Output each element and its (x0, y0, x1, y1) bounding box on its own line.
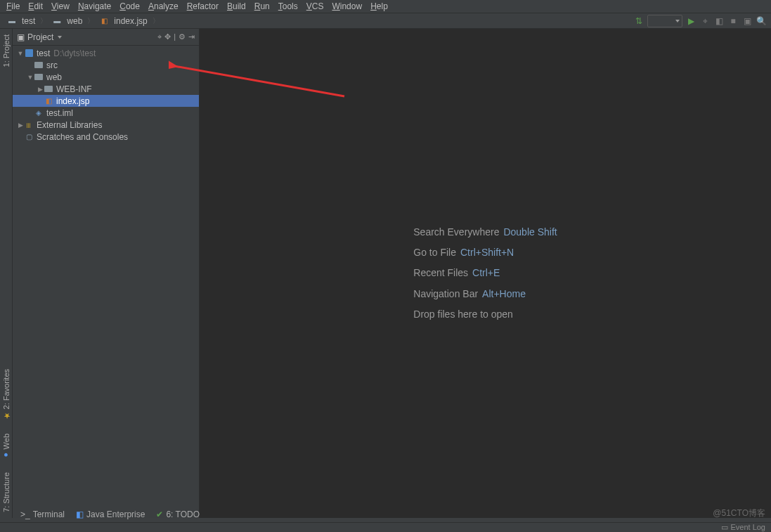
tree-item-WEB-INF[interactable]: WEB-INF (13, 83, 199, 95)
bottom-tool-tabs: >_Terminal◧Java Enterprise✔6: TODO (13, 507, 207, 522)
hint-line: Search EverywhereDouble Shift (413, 222, 557, 242)
menu-tools[interactable]: Tools (275, 1, 302, 12)
menu-edit[interactable]: Edit (25, 1, 46, 12)
tree-arrow-icon[interactable] (37, 86, 44, 93)
iml-icon: ◈ (34, 108, 44, 118)
bottom-tab-6-todo[interactable]: ✔6: TODO (153, 508, 203, 521)
tree-item-test-iml[interactable]: ◈test.iml (13, 107, 199, 119)
welcome-hints: Search EverywhereDouble ShiftGo to FileC… (413, 222, 557, 325)
terminal-icon: >_ (20, 510, 30, 519)
tree-item-web[interactable]: web (13, 71, 199, 83)
project-panel: ▣ Project ⌖ ✥ | ⚙ ⇥ testD:\dyts\testsrcw… (13, 29, 200, 518)
menu-help[interactable]: Help (367, 1, 391, 12)
panel-title: Project (27, 32, 53, 42)
gutter-web[interactable]: ●Web (1, 431, 11, 462)
scratch-icon: ▢ (24, 132, 34, 142)
main-area: 1: Project ★2: Favorites ●Web 7: Structu… (0, 29, 771, 518)
tree-arrow-icon[interactable] (17, 50, 24, 57)
breadcrumb-web[interactable]: ▬web (49, 15, 85, 27)
module-icon (24, 48, 34, 58)
todo-icon: ✔ (156, 510, 163, 519)
bottom-tab-java-enterprise[interactable]: ◧Java Enterprise (72, 508, 148, 521)
menu-analyze[interactable]: Analyze (145, 1, 182, 12)
left-tool-gutter: 1: Project ★2: Favorites ●Web 7: Structu… (0, 29, 13, 518)
gutter-favorites[interactable]: ★2: Favorites (1, 366, 11, 423)
project-panel-header: ▣ Project ⌖ ✥ | ⚙ ⇥ (13, 29, 199, 46)
menu-vcs[interactable]: VCS (303, 1, 328, 12)
collapse-icon[interactable]: ⇥ (188, 32, 195, 41)
hint-line: Navigation BarAlt+Home (413, 284, 557, 304)
folder-icon (34, 72, 44, 82)
menu-code[interactable]: Code (116, 1, 143, 12)
breadcrumb-index.jsp[interactable]: ◧index.jsp (96, 15, 150, 27)
watermark: @51CTO博客 (713, 507, 765, 519)
tree-arrow-icon[interactable] (27, 74, 34, 81)
folder-icon: ▬ (52, 16, 62, 26)
hint-line: Drop files here to open (413, 304, 557, 325)
tree-item-index-jsp[interactable]: ◧index.jsp (13, 95, 199, 107)
chevron-right-icon: 〉 (87, 16, 94, 26)
menu-run[interactable]: Run (251, 1, 273, 12)
gear-icon[interactable]: ⚙ (179, 32, 186, 41)
breadcrumb: ▬test〉▬web〉◧index.jsp〉 (4, 15, 160, 27)
editor-area[interactable]: Search EverywhereDouble ShiftGo to FileC… (200, 29, 771, 518)
status-bar: ▭ Event Log (0, 522, 771, 532)
folder-icon (34, 60, 44, 70)
layout-icon[interactable]: ▣ (741, 15, 753, 27)
folder-icon: ▬ (7, 16, 17, 26)
java-icon: ◧ (76, 510, 84, 519)
menu-navigate[interactable]: Navigate (74, 1, 115, 12)
gutter-project[interactable]: 1: Project (1, 32, 11, 70)
tree-arrow-icon[interactable] (17, 122, 24, 129)
hint-line: Recent FilesCtrl+E (413, 263, 557, 283)
menu-window[interactable]: Window (328, 1, 365, 12)
event-log-button[interactable]: ▭ Event Log (721, 523, 765, 532)
project-view-icon: ▣ (17, 32, 25, 42)
tree-item-Scratches-and-Consoles[interactable]: ▢Scratches and Consoles (13, 131, 199, 143)
navigation-bar: ▬test〉▬web〉◧index.jsp〉 ⇅ ▶ ⌖ ◧ ■ ▣ 🔍 (0, 13, 771, 29)
menu-refactor[interactable]: Refactor (183, 1, 222, 12)
breadcrumb-test[interactable]: ▬test (4, 15, 38, 27)
locate-icon[interactable]: ⌖ (157, 32, 162, 41)
run-icon[interactable]: ▶ (685, 15, 697, 27)
gutter-structure[interactable]: 7: Structure (1, 469, 11, 515)
run-config-combo[interactable] (647, 15, 682, 27)
menu-file[interactable]: File (3, 1, 23, 12)
tree-item-External-Libraries[interactable]: ⫼External Libraries (13, 119, 199, 131)
expand-icon[interactable]: ✥ (164, 32, 171, 41)
menu-build[interactable]: Build (223, 1, 250, 12)
menu-bar: FileEditViewNavigateCodeAnalyzeRefactorB… (0, 0, 771, 13)
tree-item-test[interactable]: testD:\dyts\test (13, 47, 199, 59)
hint-line: Go to FileCtrl+Shift+N (413, 242, 557, 263)
coverage-icon[interactable]: ◧ (713, 15, 725, 27)
debug-icon[interactable]: ⌖ (699, 15, 711, 27)
library-icon: ⫼ (24, 120, 34, 130)
chevron-right-icon: 〉 (153, 16, 160, 26)
divider: | (174, 32, 176, 41)
stop-icon[interactable]: ■ (727, 15, 739, 27)
folder-icon (44, 84, 53, 94)
chevron-right-icon: 〉 (40, 16, 47, 26)
run-toolbar: ⇅ ▶ ⌖ ◧ ■ ▣ 🔍 (633, 15, 767, 27)
update-icon[interactable]: ⇅ (633, 15, 644, 27)
chevron-down-icon[interactable] (58, 36, 62, 39)
project-tree[interactable]: testD:\dyts\testsrcwebWEB-INF◧index.jsp◈… (13, 46, 199, 144)
bottom-tab-terminal[interactable]: >_Terminal (17, 508, 68, 521)
jsp-icon: ◧ (44, 96, 53, 106)
jsp-icon: ◧ (99, 16, 109, 26)
search-icon[interactable]: 🔍 (756, 15, 767, 27)
tree-item-src[interactable]: src (13, 59, 199, 71)
menu-view[interactable]: View (48, 1, 73, 12)
